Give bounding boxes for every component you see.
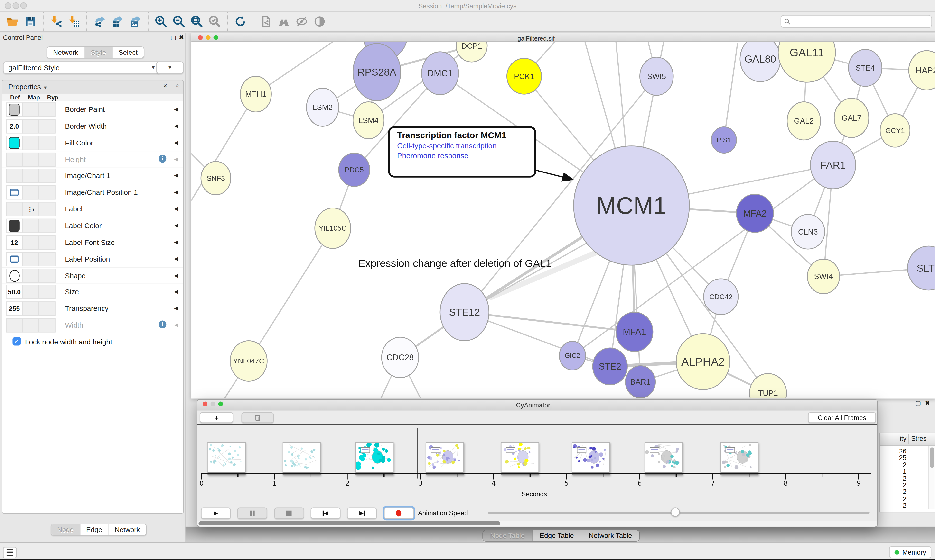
search-input[interactable] [793, 17, 929, 26]
zoom-fit-icon[interactable] [188, 14, 205, 29]
skip-end-button[interactable]: ▶ [347, 508, 377, 519]
property-row-width[interactable]: Widthi◀ [2, 317, 183, 334]
table-scrollbar[interactable] [929, 446, 934, 509]
expand-property-icon[interactable]: ◀ [174, 123, 178, 129]
style-options-button[interactable]: ▼ [156, 61, 184, 74]
default-value-cell[interactable]: 50.0 [6, 285, 23, 299]
properties-header[interactable]: Properties ▼ » » [2, 80, 183, 94]
add-frame-button[interactable]: + [200, 412, 233, 423]
property-row-label-color[interactable]: Label Color◀ [2, 217, 183, 235]
status-menu-button[interactable] [3, 547, 17, 558]
cyanimator-titlebar[interactable]: CyAnimator [197, 400, 877, 411]
property-row-label-font-size[interactable]: 12Label Font Size◀ [2, 234, 183, 251]
expand-property-icon[interactable]: ◀ [174, 239, 178, 245]
timeline-playhead[interactable] [418, 428, 418, 478]
default-value-cell[interactable] [6, 219, 23, 233]
tab-network-table[interactable]: Network Table [582, 530, 639, 541]
mapping-cell[interactable] [22, 102, 39, 117]
collapse-all-icon[interactable]: » [173, 84, 180, 88]
default-value-cell[interactable] [6, 202, 23, 216]
default-value-cell[interactable] [6, 169, 23, 183]
frame-thumbnail-6[interactable] [645, 442, 683, 475]
mapping-cell[interactable] [22, 185, 39, 200]
property-row-border-width[interactable]: 2.0Border Width◀ [2, 118, 183, 135]
find-icon[interactable] [275, 14, 293, 29]
search-box[interactable] [781, 15, 932, 28]
mapping-cell[interactable]: ⋮› [22, 202, 39, 216]
property-row-image-chart-1[interactable]: Image/Chart 1◀ [2, 168, 183, 185]
network-canvas[interactable]: DCP1RPS28ADMC1PCK1SWI5GAL80GAL11STE4HAP2… [191, 42, 935, 398]
import-network-icon[interactable] [47, 14, 65, 29]
property-row-image-chart-position-1[interactable]: Image/Chart Position 1◀ [2, 184, 183, 202]
float-panel-icon[interactable]: ▢ [170, 35, 176, 40]
bypass-cell[interactable] [39, 152, 56, 167]
property-row-label-position[interactable]: Label Position◀ [2, 251, 183, 268]
frame-thumbnail-0[interactable] [207, 442, 246, 475]
zoom-selected-icon[interactable] [206, 14, 224, 29]
pause-button[interactable] [238, 508, 267, 519]
tab-edge-table[interactable]: Edge Table [532, 530, 582, 541]
default-value-cell[interactable] [6, 252, 23, 266]
info-icon[interactable]: i [159, 321, 166, 328]
show-all-icon[interactable] [311, 14, 329, 29]
info-icon[interactable]: i [159, 155, 166, 163]
export-table-icon[interactable] [109, 14, 127, 29]
lock-node-size-checkbox[interactable]: ✓ [12, 337, 21, 345]
mapping-cell[interactable] [22, 169, 39, 183]
close-panel-icon[interactable]: ✖ [925, 400, 930, 406]
import-table-icon[interactable] [65, 14, 83, 29]
expand-property-icon[interactable]: ◀ [174, 223, 178, 228]
expand-property-icon[interactable]: ◀ [174, 322, 178, 328]
expand-property-icon[interactable]: ◀ [174, 189, 178, 195]
timeline-scrollbar[interactable] [197, 521, 877, 526]
bypass-cell[interactable] [39, 235, 56, 249]
mapping-cell[interactable] [22, 318, 39, 332]
tab-style[interactable]: Style [85, 47, 113, 58]
expand-property-icon[interactable]: ◀ [174, 256, 178, 261]
bypass-cell[interactable] [39, 136, 56, 150]
default-value-cell[interactable] [6, 318, 23, 332]
mapping-cell[interactable] [22, 302, 39, 316]
mapping-cell[interactable] [22, 152, 39, 167]
expand-property-icon[interactable]: ◀ [174, 306, 178, 311]
clear-all-frames-button[interactable]: Clear All Frames [808, 412, 876, 423]
hide-selected-icon[interactable] [293, 14, 310, 29]
tab-node[interactable]: Node [51, 524, 80, 535]
maximize-window-icon[interactable] [213, 35, 218, 40]
bypass-cell[interactable] [39, 169, 56, 183]
default-value-cell[interactable] [6, 152, 23, 167]
close-window-icon[interactable] [198, 35, 203, 40]
default-value-cell[interactable] [6, 185, 23, 200]
bypass-cell[interactable] [39, 285, 56, 299]
tab-network[interactable]: Network [47, 47, 85, 58]
bypass-cell[interactable] [39, 219, 56, 233]
frame-thumbnail-2[interactable] [355, 442, 394, 475]
tab-node-table[interactable]: Node Table [483, 530, 532, 541]
bypass-cell[interactable] [39, 185, 56, 200]
property-row-transparency[interactable]: 255Transparency◀ [2, 300, 183, 318]
frame-thumbnail-4[interactable] [501, 442, 539, 475]
skip-start-button[interactable]: ◀ [311, 508, 340, 519]
memory-button[interactable]: Memory [889, 546, 931, 558]
stop-button[interactable] [274, 508, 304, 519]
zoom-out-icon[interactable] [170, 14, 188, 29]
mapping-cell[interactable] [22, 119, 39, 133]
expand-property-icon[interactable]: ◀ [174, 173, 178, 178]
default-value-cell[interactable] [6, 136, 23, 150]
tab-network[interactable]: Network [109, 524, 146, 535]
property-row-height[interactable]: Heighti◀ [2, 151, 183, 168]
expand-property-icon[interactable]: ◀ [174, 140, 178, 145]
annotation-box[interactable]: Transcription factor MCM1 Cell-type-spec… [388, 126, 536, 178]
refresh-icon[interactable] [231, 14, 249, 29]
minimize-window-icon[interactable] [206, 35, 211, 40]
frame-thumbnail-3[interactable] [426, 442, 464, 475]
default-value-cell[interactable]: 255 [6, 302, 23, 316]
mapping-cell[interactable] [22, 219, 39, 233]
open-session-icon[interactable] [4, 14, 22, 29]
save-session-icon[interactable] [22, 14, 39, 29]
expand-property-icon[interactable]: ◀ [174, 157, 178, 162]
bypass-cell[interactable] [39, 302, 56, 316]
bypass-cell[interactable] [39, 102, 56, 117]
export-network-icon[interactable] [91, 14, 108, 29]
frame-thumbnail-5[interactable] [572, 442, 610, 475]
